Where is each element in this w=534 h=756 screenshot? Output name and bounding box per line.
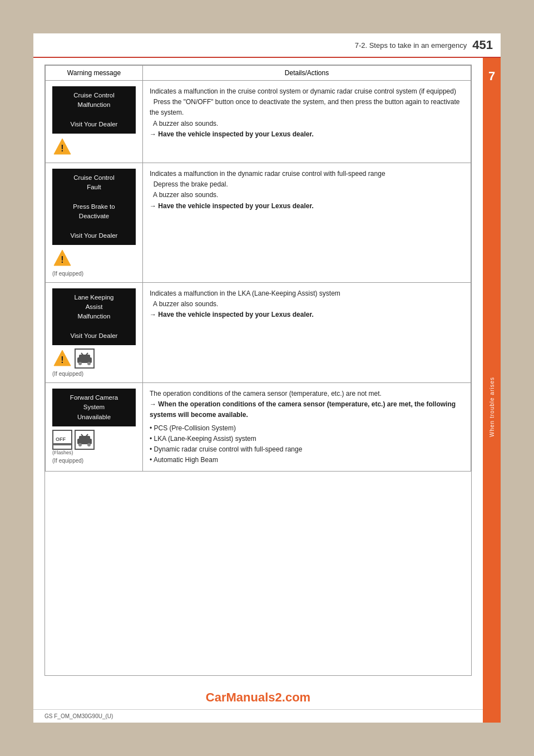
details-text-2: Indicates a malfunction in the dynamic r…: [150, 169, 464, 212]
lka-car-icon: [75, 348, 95, 369]
warning-line: Forward Camera: [58, 393, 130, 402]
camera-off-icon: OFF: [52, 430, 72, 450]
action-arrow-line: → Have the vehicle inspected by your Lex…: [150, 311, 314, 318]
warning-cell-1: Cruise Control Malfunction Visit Your De…: [46, 81, 143, 163]
svg-point-20: [87, 443, 91, 446]
header-title: 7-2. Steps to take in an emergency: [41, 41, 472, 50]
warning-line: Malfunction: [58, 100, 130, 110]
warning-line: Visit Your Dealer: [58, 331, 130, 341]
warning-table-container: Warning message Details/Actions Cruise C…: [44, 65, 472, 676]
warning-line: [58, 322, 130, 331]
brand-name[interactable]: CarManuals2.com: [33, 683, 483, 709]
list-item: PCS (Pre-Collision System): [150, 423, 464, 434]
triangle-warning-icon: !: [52, 248, 72, 268]
action-arrow-line: → Have the vehicle inspected by your Lex…: [150, 202, 314, 210]
list-item: LKA (Lane-Keeping Assist) system: [150, 434, 464, 444]
svg-text:!: !: [61, 355, 63, 365]
sidebar-label: When trouble arises: [489, 377, 495, 437]
equipped-label: (If equipped): [52, 271, 136, 277]
warning-line: Cruise Control: [58, 91, 130, 100]
page-header: 7-2. Steps to take in an emergency 451: [33, 33, 501, 58]
col2-header: Details/Actions: [143, 66, 471, 81]
svg-point-10: [87, 362, 91, 365]
warning-display-2: Cruise Control Fault Press Brake to Deac…: [52, 169, 136, 245]
details-text-4: The operation conditions of the camera s…: [150, 389, 464, 465]
page-number: 451: [472, 38, 493, 52]
svg-text:OFF: OFF: [56, 436, 66, 442]
content-area: Warning message Details/Actions Cruise C…: [33, 58, 483, 723]
warning-display-1: Cruise Control Malfunction Visit Your De…: [52, 86, 136, 134]
equipped-label: (If equipped): [52, 371, 136, 377]
warning-line: Assist: [58, 302, 130, 312]
table-row: Lane Keeping Assist Malfunction Visit Yo…: [46, 282, 471, 382]
details-cell-1: Indicates a malfunction in the cruise co…: [143, 81, 471, 163]
warning-line: Deactivate: [58, 212, 130, 221]
warning-icons-3: !: [52, 348, 136, 369]
lka-car-icon-2: [75, 430, 95, 450]
warning-cell-3: Lane Keeping Assist Malfunction Visit Yo…: [46, 282, 143, 382]
details-cell-4: The operation conditions of the camera s…: [143, 383, 471, 472]
list-item: Dynamic radar cruise control with full-s…: [150, 444, 464, 455]
warning-line: [58, 193, 130, 202]
col1-header: Warning message: [46, 66, 143, 81]
table-row: Cruise Control Malfunction Visit Your De…: [46, 81, 471, 163]
warning-display-3: Lane Keeping Assist Malfunction Visit Yo…: [52, 288, 136, 345]
warning-cell-2: Cruise Control Fault Press Brake to Deac…: [46, 163, 143, 283]
warning-line: Unavailable: [58, 413, 130, 422]
main-area: Warning message Details/Actions Cruise C…: [33, 58, 501, 723]
svg-point-19: [78, 443, 82, 446]
warning-table: Warning message Details/Actions Cruise C…: [45, 65, 471, 472]
action-arrow-line: → Have the vehicle inspected by your Lex…: [150, 130, 314, 138]
warning-line: Cruise Control: [58, 173, 130, 183]
list-item: Automatic High Beam: [150, 455, 464, 465]
triangle-warning-icon: !: [52, 348, 72, 369]
warning-icons-4: OFF: [52, 430, 136, 450]
warning-line: Visit Your Dealer: [58, 120, 130, 129]
equipped-label: (If equipped): [52, 458, 136, 464]
warning-line: Visit Your Dealer: [58, 231, 130, 240]
triangle-warning-icon: !: [52, 137, 72, 157]
systems-list: PCS (Pre-Collision System) LKA (Lane-Kee…: [150, 423, 464, 466]
warning-line: [58, 110, 130, 120]
flashes-label: (Flashes): [52, 450, 136, 455]
details-text-1: Indicates a malfunction in the cruise co…: [150, 86, 464, 140]
warning-icons-1: !: [52, 137, 136, 157]
svg-text:!: !: [61, 144, 63, 153]
table-row: Forward Camera System Unavailable OFF: [46, 383, 471, 472]
footer-doc-id: GS F_OM_OM30G90U_(U): [44, 713, 113, 719]
warning-icons-2: !: [52, 248, 136, 268]
warning-line: Lane Keeping: [58, 293, 130, 302]
details-cell-2: Indicates a malfunction in the dynamic r…: [143, 163, 471, 283]
table-row: Cruise Control Fault Press Brake to Deac…: [46, 163, 471, 283]
details-text-3: Indicates a malfunction in the LKA (Lane…: [150, 288, 464, 321]
right-sidebar: 7 When trouble arises: [483, 58, 501, 723]
sidebar-number: 7: [488, 69, 495, 84]
warning-line: System: [58, 402, 130, 412]
footer: GS F_OM_OM30G90U_(U): [33, 709, 483, 723]
action-arrow-line: → When the operation conditions of the c…: [150, 400, 456, 419]
warning-cell-4: Forward Camera System Unavailable OFF: [46, 383, 143, 472]
details-cell-3: Indicates a malfunction in the LKA (Lane…: [143, 282, 471, 382]
warning-display-4: Forward Camera System Unavailable: [52, 389, 136, 426]
svg-rect-15: [53, 443, 71, 445]
svg-point-9: [78, 362, 82, 365]
svg-text:!: !: [61, 255, 63, 264]
warning-line: Malfunction: [58, 312, 130, 321]
warning-line: [58, 221, 130, 230]
warning-line: Fault: [58, 183, 130, 192]
warning-line: Press Brake to: [58, 202, 130, 212]
